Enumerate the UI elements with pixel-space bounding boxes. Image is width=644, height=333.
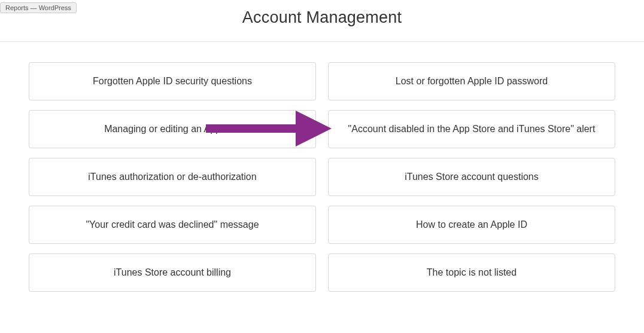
browser-tab[interactable]: Reports — WordPress — [0, 2, 77, 13]
options-grid: Forgotten Apple ID security questions Lo… — [29, 42, 615, 292]
option-itunes-store-questions[interactable]: iTunes Store account questions — [328, 158, 615, 196]
option-lost-password[interactable]: Lost or forgotten Apple ID password — [328, 62, 615, 100]
option-create-apple-id[interactable]: How to create an Apple ID — [328, 206, 615, 244]
option-label: "Your credit card was declined" message — [86, 219, 259, 231]
option-not-listed[interactable]: The topic is not listed — [328, 253, 615, 292]
option-credit-card-declined[interactable]: "Your credit card was declined" message — [29, 206, 316, 244]
option-label: iTunes Store account questions — [405, 171, 539, 184]
option-label: "Account disabled in the App Store and i… — [348, 123, 596, 136]
option-label: Forgotten Apple ID security questions — [93, 75, 252, 88]
option-label: Lost or forgotten Apple ID password — [396, 75, 548, 88]
option-itunes-billing[interactable]: iTunes Store account billing — [29, 253, 316, 292]
option-manage-apple-id[interactable]: Managing or editing an Apple ID — [29, 110, 316, 148]
option-label: iTunes Store account billing — [114, 267, 231, 279]
option-account-disabled[interactable]: "Account disabled in the App Store and i… — [328, 110, 615, 148]
option-forgotten-security-questions[interactable]: Forgotten Apple ID security questions — [29, 62, 316, 100]
page-title: Account Management — [0, 0, 644, 41]
option-itunes-authorization[interactable]: iTunes authorization or de-authorization — [29, 158, 316, 196]
option-label: iTunes authorization or de-authorization — [88, 171, 256, 184]
option-label: How to create an Apple ID — [416, 219, 527, 231]
option-label: The topic is not listed — [427, 267, 517, 279]
option-label: Managing or editing an Apple ID — [104, 123, 241, 136]
